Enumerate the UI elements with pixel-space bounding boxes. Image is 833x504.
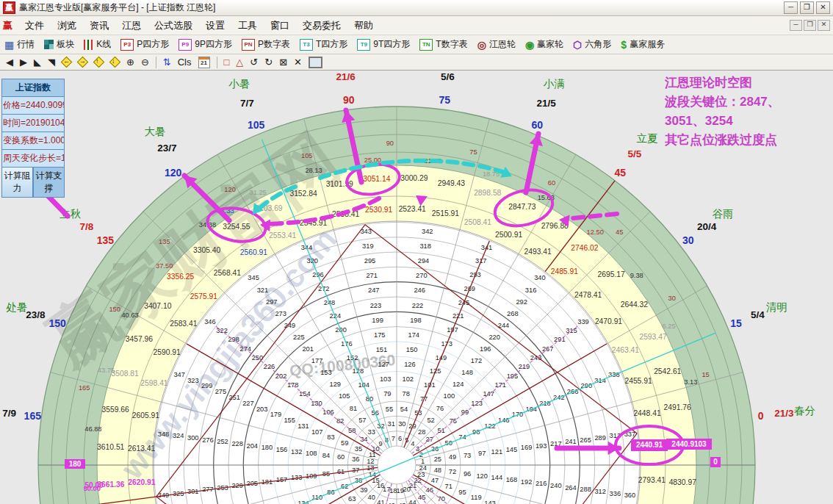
wheel-label: 47	[431, 477, 439, 484]
wheel-label: 7/9	[2, 408, 16, 419]
menu-item-资讯[interactable]: 资讯	[83, 17, 115, 35]
shift-up-button[interactable]: ↑	[94, 57, 104, 67]
menu-item-浏览[interactable]: 浏览	[51, 17, 83, 35]
zoom-in-button[interactable]: ⊕	[126, 56, 134, 69]
wheel-label: 96	[464, 470, 471, 478]
wheel-label: 270	[416, 272, 428, 279]
toolbar-button-T数字表[interactable]: TNT数字表	[419, 38, 467, 51]
menu-item-设置[interactable]: 设置	[199, 17, 231, 35]
toolbar-button-label: P四方形	[137, 38, 169, 51]
toolbar-button-P四方形[interactable]: P3P四方形	[120, 38, 169, 51]
wheel-label: 21/5	[536, 98, 556, 109]
menu-item-帮助[interactable]: 帮助	[347, 17, 380, 35]
menu-item-公式选股[interactable]: 公式选股	[148, 17, 199, 35]
wheel-label: 324	[173, 432, 184, 439]
wheel-label: 3000.29	[400, 174, 428, 182]
cls-button[interactable]: Cls	[178, 56, 192, 69]
wheel-label: 55	[386, 406, 393, 413]
wheel-label: 148	[461, 369, 473, 376]
mdi-control-button[interactable]: ─	[790, 20, 802, 31]
wheel-label: 273	[275, 310, 286, 317]
wheel-label: 35	[355, 445, 362, 453]
toolbar-button-P数字表[interactable]: PNP数字表	[242, 38, 290, 51]
wheel-label: 43.75	[98, 367, 115, 374]
shift-down-button[interactable]: ↓	[110, 57, 120, 67]
wheel-label: 23/8	[26, 309, 46, 320]
wheel-label: 107	[311, 428, 323, 436]
wheel-label: 145	[506, 446, 518, 453]
wheel-label: 268	[507, 310, 519, 317]
wheel-label: 44	[408, 499, 416, 504]
wheel-label: 3407.10	[144, 302, 171, 310]
toolbar-button-9T四方形[interactable]: T99T四方形	[357, 38, 410, 51]
wheel-label: 105	[339, 392, 350, 400]
grid-box-button[interactable]: ⊠	[279, 56, 287, 69]
window-control-button[interactable]: ─	[784, 1, 798, 14]
p-table-icon: PN	[242, 39, 255, 51]
menu-item-工具[interactable]: 工具	[231, 17, 264, 35]
calendar-button[interactable]: 21	[198, 57, 210, 68]
wheel-label: 300	[187, 434, 199, 442]
toolbar-button-9P四方形[interactable]: P99P四方形	[178, 38, 232, 51]
wheel-label: 72	[449, 468, 456, 475]
wheel-label: 340	[534, 274, 546, 281]
shift-left-button[interactable]: ←	[62, 57, 71, 67]
menu-logo-icon: 赢	[3, 19, 12, 32]
wheel-label: 2605.91	[132, 411, 159, 420]
toolbar-button-行情[interactable]: ▦行情	[4, 38, 35, 51]
window-control-button[interactable]: ✕	[816, 1, 830, 14]
screen-button[interactable]	[309, 57, 322, 68]
wheel-label: 168	[506, 476, 518, 483]
rotate-ccw-button[interactable]: ↺	[250, 56, 258, 69]
wheel-label: 63	[348, 495, 356, 503]
wheel-label: 23/7	[157, 143, 176, 154]
page-right-button[interactable]: ▶	[20, 56, 27, 69]
wheel-label: 165	[79, 384, 90, 392]
wheel-label: 5/6	[441, 71, 455, 82]
wheel-label: 199	[372, 317, 383, 324]
wheel-label: 2515.91	[432, 209, 459, 217]
mdi-control-button[interactable]: ✕	[818, 20, 830, 31]
wheel-label: 90	[343, 94, 355, 106]
scale-button[interactable]: ⇅	[163, 56, 171, 69]
wheel-label: 40.63	[121, 312, 138, 319]
toolbar-button-板块[interactable]: 板块	[44, 38, 74, 51]
resize-button[interactable]: ✕	[294, 56, 302, 69]
wheel-label: 84	[322, 452, 330, 459]
page-left-button[interactable]: ◀	[6, 56, 13, 69]
wheel-label: 15	[730, 317, 742, 329]
rect-tool-button[interactable]: □	[224, 56, 230, 69]
toolbar-button-赢家轮[interactable]: ◉赢家轮	[525, 38, 563, 51]
mdi-control-button[interactable]: ❒	[804, 20, 816, 31]
wheel-label: 3051.14	[363, 175, 390, 183]
window-control-button[interactable]: ❒	[800, 1, 814, 14]
menu-item-交易委托[interactable]: 交易委托	[296, 17, 347, 35]
button-计算支撑[interactable]: 计算支撑	[33, 168, 65, 198]
wheel-label: 297	[266, 298, 278, 306]
triangle-tool-button[interactable]: △	[236, 56, 243, 69]
wheel-label: 2598.41	[140, 379, 167, 387]
toolbar-button-江恩轮[interactable]: ◎江恩轮	[477, 38, 516, 51]
toolbar-button-六角形[interactable]: ⬡六角形	[573, 38, 611, 51]
rotate-cw-button[interactable]: ↻	[264, 56, 273, 69]
wheel-label: 3508.81	[112, 370, 139, 378]
toolbar-button-赢家服务[interactable]: $赢家服务	[621, 38, 665, 51]
mark-down-button[interactable]: ◥	[48, 56, 55, 69]
menu-item-文件[interactable]: 文件	[18, 17, 51, 35]
wheel-label: 39	[360, 486, 367, 494]
wheel-label: 2949.43	[438, 179, 465, 187]
toolbar-button-label: 9T四方形	[373, 38, 410, 51]
9p-square-icon: P9	[178, 39, 192, 51]
button-计算阻力[interactable]: 计算阻力	[1, 168, 33, 198]
wheel-label: 192	[521, 478, 533, 486]
wheel-label: 171	[495, 381, 507, 389]
wheel-label: 46.88	[84, 425, 101, 433]
menu-item-江恩[interactable]: 江恩	[115, 17, 148, 35]
mark-up-button[interactable]: ◣	[34, 56, 41, 69]
shift-right-button[interactable]: →	[78, 57, 87, 67]
toolbar-button-T四方形[interactable]: T3T四方形	[300, 38, 347, 51]
wheel-label: 45	[615, 167, 627, 179]
zoom-out-button[interactable]: ⊖	[141, 56, 149, 69]
menu-item-窗口[interactable]: 窗口	[264, 17, 296, 35]
toolbar-button-K线[interactable]: K线	[84, 38, 111, 51]
